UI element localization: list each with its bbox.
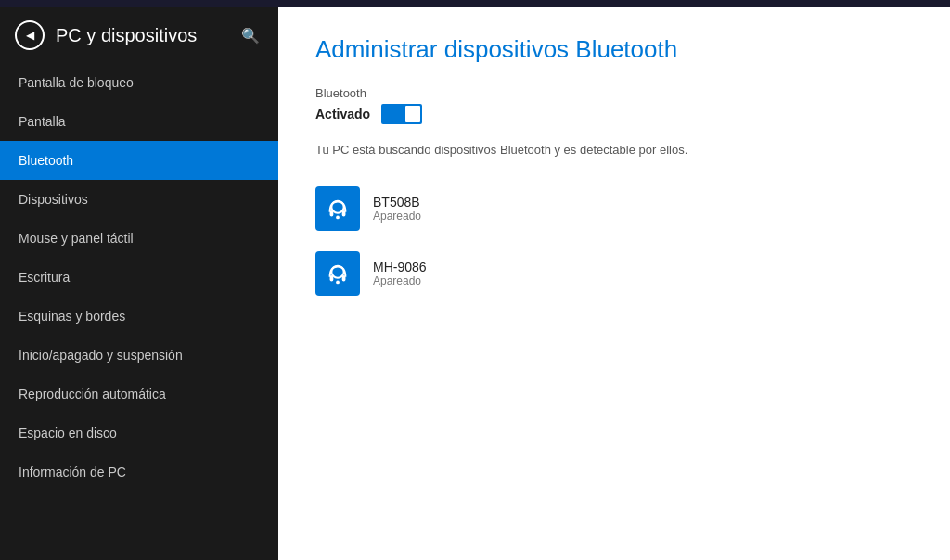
sidebar-item-escritura[interactable]: Escritura — [0, 258, 278, 297]
device-name: MH-9086 — [373, 260, 427, 274]
sidebar-item-inicio[interactable]: Inicio/apagado y suspensión — [0, 336, 278, 375]
svg-point-7 — [336, 281, 340, 285]
device-list: BT508BApareado MH-9086Apareado — [315, 179, 913, 303]
bluetooth-toggle[interactable] — [381, 104, 422, 124]
search-button[interactable]: 🔍 — [238, 23, 263, 48]
sidebar-title: PC y dispositivos — [56, 25, 226, 46]
sidebar-item-espacio[interactable]: Espacio en disco — [0, 414, 278, 452]
sidebar-nav: Pantalla de bloqueoPantallaBluetoothDisp… — [0, 63, 278, 560]
device-icon — [315, 251, 360, 296]
sidebar-item-mouse[interactable]: Mouse y panel táctil — [0, 219, 278, 258]
toggle-track — [381, 104, 422, 124]
sidebar-header: PC y dispositivos 🔍 — [0, 7, 278, 63]
device-info: MH-9086Apareado — [373, 260, 427, 287]
toggle-row: Activado — [315, 104, 913, 124]
toggle-thumb — [405, 106, 420, 122]
sidebar-item-dispositivos[interactable]: Dispositivos — [0, 180, 278, 219]
sidebar: PC y dispositivos 🔍 Pantalla de bloqueoP… — [0, 7, 278, 560]
bluetooth-status-text: Tu PC está buscando dispositivos Bluetoo… — [315, 143, 913, 157]
sidebar-item-informacion[interactable]: Información de PC — [0, 452, 278, 491]
device-item[interactable]: MH-9086Apareado — [315, 244, 913, 303]
sidebar-item-bluetooth[interactable]: Bluetooth — [0, 141, 278, 180]
sidebar-item-esquinas[interactable]: Esquinas y bordes — [0, 297, 278, 336]
device-status: Apareado — [373, 210, 421, 223]
svg-point-3 — [336, 216, 340, 220]
section-label: Bluetooth — [315, 86, 913, 100]
device-item[interactable]: BT508BApareado — [315, 179, 913, 238]
device-icon — [315, 186, 360, 231]
sidebar-item-pantalla[interactable]: Pantalla — [0, 102, 278, 141]
page-title: Administrar dispositivos Bluetooth — [315, 35, 913, 64]
sidebar-item-pantalla-bloqueo[interactable]: Pantalla de bloqueo — [0, 63, 278, 102]
device-name: BT508B — [373, 195, 421, 210]
main-content: PC y dispositivos 🔍 Pantalla de bloqueoP… — [0, 7, 950, 560]
top-bar — [0, 0, 950, 7]
device-status: Apareado — [373, 274, 427, 287]
device-info: BT508BApareado — [373, 195, 421, 223]
sidebar-item-reproduccion[interactable]: Reproducción automática — [0, 375, 278, 414]
back-button[interactable] — [15, 20, 45, 50]
toggle-label: Activado — [315, 107, 370, 121]
main-panel: Administrar dispositivos Bluetooth Bluet… — [278, 7, 950, 560]
